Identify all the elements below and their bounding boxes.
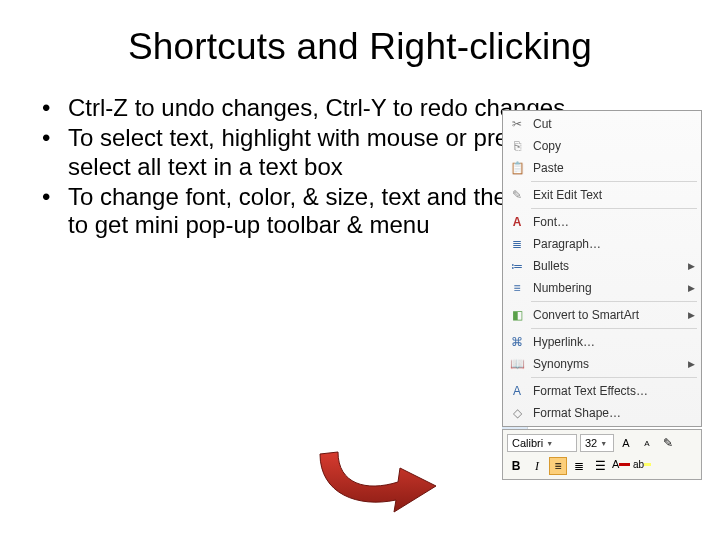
menu-item-label: Exit Edit Text [533,188,695,202]
menu-item[interactable]: AFont… [503,211,701,233]
chevron-right-icon: ▶ [688,359,695,369]
menu-item[interactable]: 📖Synonyms▶ [503,353,701,375]
chevron-down-icon: ▼ [600,440,607,447]
curved-arrow-icon [300,442,460,514]
menu-separator [531,181,697,182]
menu-item[interactable]: ✂Cut [503,113,701,135]
menu-item-icon: A [507,382,527,400]
menu-item[interactable]: ⌘Hyperlink… [503,331,701,353]
menu-separator [531,328,697,329]
context-menu[interactable]: ✂Cut⎘Copy📋Paste✎Exit Edit TextAFont…≣Par… [502,110,702,427]
chevron-down-icon: ▼ [546,440,553,447]
font-size-value: 32 [585,437,597,449]
menu-item[interactable]: ◧Convert to SmartArt▶ [503,304,701,326]
menu-item-label: Numbering [533,281,688,295]
menu-item-label: Hyperlink… [533,335,695,349]
menu-item[interactable]: ≔Bullets▶ [503,255,701,277]
bullets-button[interactable]: ☰ [591,457,609,475]
menu-item-icon: ◇ [507,404,527,422]
chevron-right-icon: ▶ [688,283,695,293]
font-name-select[interactable]: Calibri ▼ [507,434,577,452]
menu-item-label: Paste [533,161,695,175]
align-center-button[interactable]: ≡ [549,457,567,475]
menu-item-label: Copy [533,139,695,153]
menu-item-icon: ≣ [507,235,527,253]
menu-item-icon: ⎘ [507,137,527,155]
menu-item[interactable]: 📋Paste [503,157,701,179]
menu-item-label: Font… [533,215,695,229]
menu-item-label: Synonyms [533,357,688,371]
menu-item-label: Format Shape… [533,406,695,420]
menu-item-label: Convert to SmartArt [533,308,688,322]
slide-title: Shortcuts and Right-clicking [0,26,720,68]
menu-item-label: Paragraph… [533,237,695,251]
shrink-font-button[interactable]: A [638,434,656,452]
menu-item[interactable]: ✎Exit Edit Text [503,184,701,206]
menu-item-icon: ◧ [507,306,527,324]
menu-item-label: Format Text Effects… [533,384,695,398]
menu-separator [531,208,697,209]
align-button[interactable]: ≣ [570,457,588,475]
style-copy-button[interactable]: ✎ [659,434,677,452]
menu-item-label: Bullets [533,259,688,273]
menu-item-icon: ✂ [507,115,527,133]
menu-item-label: Cut [533,117,695,131]
menu-item[interactable]: ≣Paragraph… [503,233,701,255]
font-name-value: Calibri [512,437,543,449]
font-color-button[interactable]: A [612,457,630,475]
menu-separator [531,301,697,302]
bold-button[interactable]: B [507,457,525,475]
grow-font-button[interactable]: A [617,434,635,452]
font-size-select[interactable]: 32 ▼ [580,434,614,452]
italic-button[interactable]: I [528,457,546,475]
menu-item-icon: ✎ [507,186,527,204]
mini-toolbar[interactable]: Calibri ▼ 32 ▼ A A ✎ B I ≡ ≣ ☰ A ab [502,429,702,480]
menu-item-icon: ≔ [507,257,527,275]
context-menu-screenshot: ✂Cut⎘Copy📋Paste✎Exit Edit TextAFont…≣Par… [502,110,702,480]
chevron-right-icon: ▶ [688,261,695,271]
menu-separator [531,377,697,378]
menu-item-icon: 📖 [507,355,527,373]
menu-item[interactable]: ≡Numbering▶ [503,277,701,299]
menu-item[interactable]: ⎘Copy [503,135,701,157]
menu-item[interactable]: ◇Format Shape… [503,402,701,424]
highlight-button[interactable]: ab [633,457,651,475]
menu-item-icon: 📋 [507,159,527,177]
menu-item[interactable]: AFormat Text Effects… [503,380,701,402]
menu-item-icon: ⌘ [507,333,527,351]
chevron-right-icon: ▶ [688,310,695,320]
menu-item-icon: A [507,213,527,231]
menu-item-icon: ≡ [507,279,527,297]
